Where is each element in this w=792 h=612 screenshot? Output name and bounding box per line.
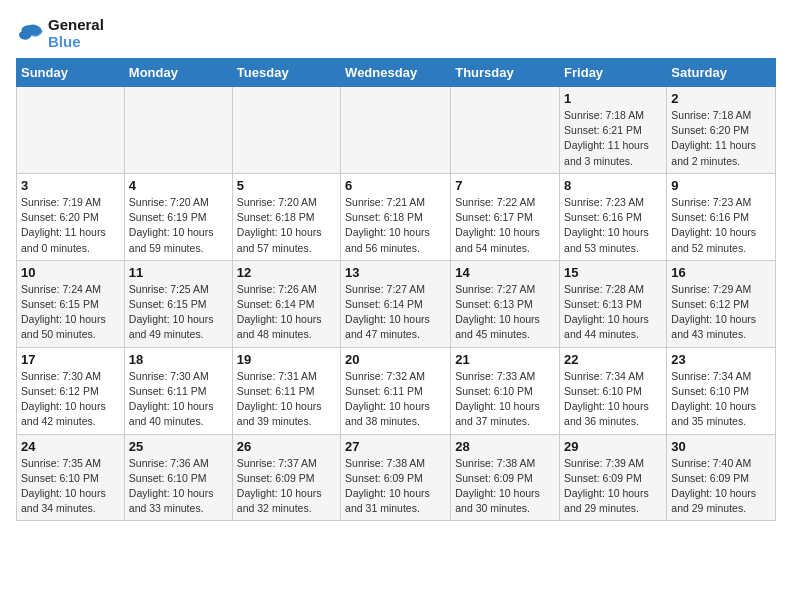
day-cell: 22Sunrise: 7:34 AMSunset: 6:10 PMDayligh…	[560, 347, 667, 434]
day-number: 14	[455, 265, 555, 280]
day-cell: 8Sunrise: 7:23 AMSunset: 6:16 PMDaylight…	[560, 173, 667, 260]
header-cell-wednesday: Wednesday	[341, 59, 451, 87]
day-number: 7	[455, 178, 555, 193]
day-info: Sunrise: 7:18 AMSunset: 6:21 PMDaylight:…	[564, 108, 662, 169]
day-number: 11	[129, 265, 228, 280]
day-cell: 6Sunrise: 7:21 AMSunset: 6:18 PMDaylight…	[341, 173, 451, 260]
day-info: Sunrise: 7:21 AMSunset: 6:18 PMDaylight:…	[345, 195, 446, 256]
week-row-5: 24Sunrise: 7:35 AMSunset: 6:10 PMDayligh…	[17, 434, 776, 521]
day-cell: 15Sunrise: 7:28 AMSunset: 6:13 PMDayligh…	[560, 260, 667, 347]
day-number: 8	[564, 178, 662, 193]
day-info: Sunrise: 7:29 AMSunset: 6:12 PMDaylight:…	[671, 282, 771, 343]
day-info: Sunrise: 7:38 AMSunset: 6:09 PMDaylight:…	[455, 456, 555, 517]
day-cell: 16Sunrise: 7:29 AMSunset: 6:12 PMDayligh…	[667, 260, 776, 347]
day-number: 26	[237, 439, 336, 454]
day-cell: 28Sunrise: 7:38 AMSunset: 6:09 PMDayligh…	[451, 434, 560, 521]
header-cell-sunday: Sunday	[17, 59, 125, 87]
day-info: Sunrise: 7:27 AMSunset: 6:13 PMDaylight:…	[455, 282, 555, 343]
week-row-2: 3Sunrise: 7:19 AMSunset: 6:20 PMDaylight…	[17, 173, 776, 260]
day-cell	[341, 87, 451, 174]
logo: General Blue	[16, 16, 104, 50]
day-info: Sunrise: 7:40 AMSunset: 6:09 PMDaylight:…	[671, 456, 771, 517]
day-info: Sunrise: 7:39 AMSunset: 6:09 PMDaylight:…	[564, 456, 662, 517]
day-number: 9	[671, 178, 771, 193]
day-cell	[232, 87, 340, 174]
calendar-header: SundayMondayTuesdayWednesdayThursdayFrid…	[17, 59, 776, 87]
day-cell: 10Sunrise: 7:24 AMSunset: 6:15 PMDayligh…	[17, 260, 125, 347]
day-number: 5	[237, 178, 336, 193]
day-number: 12	[237, 265, 336, 280]
week-row-4: 17Sunrise: 7:30 AMSunset: 6:12 PMDayligh…	[17, 347, 776, 434]
day-cell	[451, 87, 560, 174]
day-number: 19	[237, 352, 336, 367]
day-cell	[17, 87, 125, 174]
page-header: General Blue	[16, 16, 776, 50]
day-info: Sunrise: 7:23 AMSunset: 6:16 PMDaylight:…	[564, 195, 662, 256]
day-info: Sunrise: 7:37 AMSunset: 6:09 PMDaylight:…	[237, 456, 336, 517]
day-number: 13	[345, 265, 446, 280]
day-cell: 29Sunrise: 7:39 AMSunset: 6:09 PMDayligh…	[560, 434, 667, 521]
day-info: Sunrise: 7:33 AMSunset: 6:10 PMDaylight:…	[455, 369, 555, 430]
day-number: 16	[671, 265, 771, 280]
day-cell: 2Sunrise: 7:18 AMSunset: 6:20 PMDaylight…	[667, 87, 776, 174]
day-cell: 24Sunrise: 7:35 AMSunset: 6:10 PMDayligh…	[17, 434, 125, 521]
day-number: 6	[345, 178, 446, 193]
day-number: 18	[129, 352, 228, 367]
day-info: Sunrise: 7:20 AMSunset: 6:19 PMDaylight:…	[129, 195, 228, 256]
day-info: Sunrise: 7:38 AMSunset: 6:09 PMDaylight:…	[345, 456, 446, 517]
logo-icon	[16, 21, 44, 45]
day-cell	[124, 87, 232, 174]
day-info: Sunrise: 7:28 AMSunset: 6:13 PMDaylight:…	[564, 282, 662, 343]
day-info: Sunrise: 7:35 AMSunset: 6:10 PMDaylight:…	[21, 456, 120, 517]
day-cell: 12Sunrise: 7:26 AMSunset: 6:14 PMDayligh…	[232, 260, 340, 347]
calendar-body: 1Sunrise: 7:18 AMSunset: 6:21 PMDaylight…	[17, 87, 776, 521]
day-number: 20	[345, 352, 446, 367]
day-number: 2	[671, 91, 771, 106]
day-cell: 19Sunrise: 7:31 AMSunset: 6:11 PMDayligh…	[232, 347, 340, 434]
day-cell: 27Sunrise: 7:38 AMSunset: 6:09 PMDayligh…	[341, 434, 451, 521]
day-number: 25	[129, 439, 228, 454]
day-info: Sunrise: 7:24 AMSunset: 6:15 PMDaylight:…	[21, 282, 120, 343]
logo-text: General Blue	[48, 16, 104, 50]
day-info: Sunrise: 7:31 AMSunset: 6:11 PMDaylight:…	[237, 369, 336, 430]
day-cell: 1Sunrise: 7:18 AMSunset: 6:21 PMDaylight…	[560, 87, 667, 174]
day-info: Sunrise: 7:32 AMSunset: 6:11 PMDaylight:…	[345, 369, 446, 430]
day-number: 27	[345, 439, 446, 454]
day-cell: 13Sunrise: 7:27 AMSunset: 6:14 PMDayligh…	[341, 260, 451, 347]
day-number: 29	[564, 439, 662, 454]
day-cell: 25Sunrise: 7:36 AMSunset: 6:10 PMDayligh…	[124, 434, 232, 521]
day-info: Sunrise: 7:26 AMSunset: 6:14 PMDaylight:…	[237, 282, 336, 343]
day-number: 28	[455, 439, 555, 454]
day-cell: 23Sunrise: 7:34 AMSunset: 6:10 PMDayligh…	[667, 347, 776, 434]
day-number: 24	[21, 439, 120, 454]
week-row-3: 10Sunrise: 7:24 AMSunset: 6:15 PMDayligh…	[17, 260, 776, 347]
day-cell: 30Sunrise: 7:40 AMSunset: 6:09 PMDayligh…	[667, 434, 776, 521]
day-cell: 26Sunrise: 7:37 AMSunset: 6:09 PMDayligh…	[232, 434, 340, 521]
day-cell: 3Sunrise: 7:19 AMSunset: 6:20 PMDaylight…	[17, 173, 125, 260]
day-number: 3	[21, 178, 120, 193]
day-cell: 11Sunrise: 7:25 AMSunset: 6:15 PMDayligh…	[124, 260, 232, 347]
day-number: 10	[21, 265, 120, 280]
day-number: 30	[671, 439, 771, 454]
day-info: Sunrise: 7:27 AMSunset: 6:14 PMDaylight:…	[345, 282, 446, 343]
day-info: Sunrise: 7:25 AMSunset: 6:15 PMDaylight:…	[129, 282, 228, 343]
day-cell: 14Sunrise: 7:27 AMSunset: 6:13 PMDayligh…	[451, 260, 560, 347]
day-info: Sunrise: 7:22 AMSunset: 6:17 PMDaylight:…	[455, 195, 555, 256]
day-number: 23	[671, 352, 771, 367]
header-cell-friday: Friday	[560, 59, 667, 87]
day-number: 1	[564, 91, 662, 106]
day-info: Sunrise: 7:19 AMSunset: 6:20 PMDaylight:…	[21, 195, 120, 256]
day-info: Sunrise: 7:30 AMSunset: 6:11 PMDaylight:…	[129, 369, 228, 430]
day-info: Sunrise: 7:36 AMSunset: 6:10 PMDaylight:…	[129, 456, 228, 517]
header-row: SundayMondayTuesdayWednesdayThursdayFrid…	[17, 59, 776, 87]
day-cell: 20Sunrise: 7:32 AMSunset: 6:11 PMDayligh…	[341, 347, 451, 434]
header-cell-tuesday: Tuesday	[232, 59, 340, 87]
day-number: 22	[564, 352, 662, 367]
day-info: Sunrise: 7:34 AMSunset: 6:10 PMDaylight:…	[671, 369, 771, 430]
day-cell: 5Sunrise: 7:20 AMSunset: 6:18 PMDaylight…	[232, 173, 340, 260]
day-cell: 21Sunrise: 7:33 AMSunset: 6:10 PMDayligh…	[451, 347, 560, 434]
day-cell: 9Sunrise: 7:23 AMSunset: 6:16 PMDaylight…	[667, 173, 776, 260]
week-row-1: 1Sunrise: 7:18 AMSunset: 6:21 PMDaylight…	[17, 87, 776, 174]
day-info: Sunrise: 7:23 AMSunset: 6:16 PMDaylight:…	[671, 195, 771, 256]
day-info: Sunrise: 7:20 AMSunset: 6:18 PMDaylight:…	[237, 195, 336, 256]
